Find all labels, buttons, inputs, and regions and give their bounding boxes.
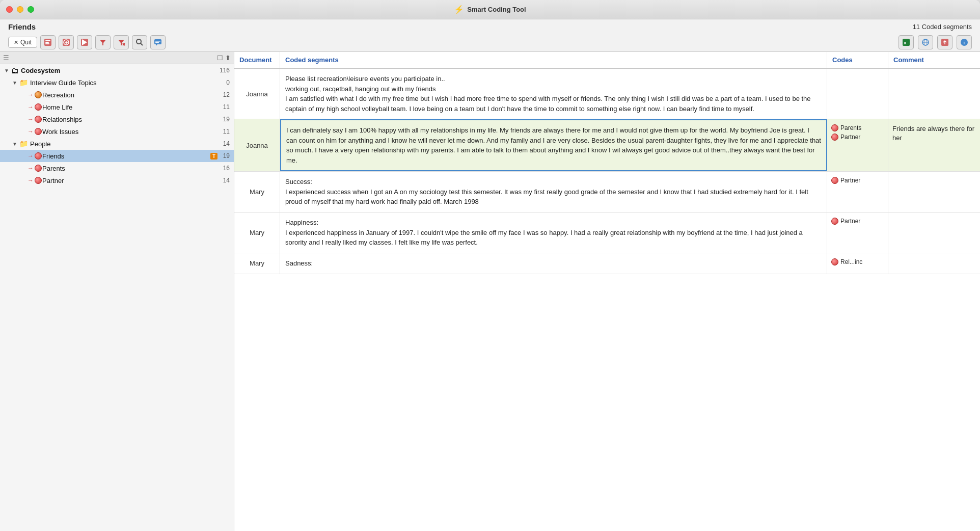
left-panel: ☰ ☐ ⬆ ▼ 🗂 Codesystem 116 ▼ 📁 Interview G…: [0, 52, 234, 531]
export-icon: [941, 38, 949, 46]
search-button[interactable]: [132, 35, 147, 49]
friends-t-tag: T: [210, 153, 217, 160]
sort-icon[interactable]: ⬆: [225, 54, 231, 62]
partner-bullet: →: [28, 177, 34, 184]
cell-coded-3: Success:I experienced success when I got…: [280, 172, 827, 212]
parents-count: 16: [220, 165, 230, 172]
filter-button[interactable]: [95, 35, 111, 49]
code-badge-partner: Partner: [831, 134, 884, 141]
svg-point-12: [137, 39, 141, 44]
maximize-button[interactable]: [28, 6, 34, 13]
add-code-icon: [62, 38, 70, 46]
friends-label: Friends: [42, 152, 210, 160]
parents-label: Parents: [42, 165, 220, 172]
partner-label: Partner: [42, 177, 220, 184]
search-icon: [135, 38, 144, 46]
table-row-4: Mary Happiness:I experienced happiness i…: [234, 213, 980, 253]
people-label: People: [30, 140, 220, 148]
tree-item-workissues[interactable]: ▶ → Work Issues 11: [0, 125, 234, 138]
code-badge-partner-3: Partner: [831, 177, 884, 184]
close-button[interactable]: [6, 6, 13, 13]
tree-item-homelife[interactable]: ▶ → Home Life 11: [0, 101, 234, 113]
svg-line-13: [141, 43, 143, 45]
format-icon: [44, 38, 52, 46]
partner-badge-icon: [831, 134, 838, 141]
codesystem-icon: 🗂: [11, 66, 19, 75]
cell-coded-4: Happiness:I experienced happiness in Jan…: [280, 213, 827, 253]
list-view-icon[interactable]: ☰: [3, 54, 9, 62]
quit-x-icon: ✕: [14, 39, 18, 46]
cell-comment-3: [888, 172, 980, 212]
main-content: ☰ ☐ ⬆ ▼ 🗂 Codesystem 116 ▼ 📁 Interview G…: [0, 52, 980, 531]
cell-document-1: Joanna: [234, 69, 280, 119]
window-title: ⚡ Smart Coding Tool: [454, 5, 526, 14]
clear-filter-button[interactable]: [114, 35, 129, 49]
comment-button[interactable]: [150, 35, 166, 49]
cell-comment-1: [888, 69, 980, 119]
recreation-label: Recreation: [42, 91, 220, 99]
friends-code-icon: [35, 152, 42, 160]
toggle-people[interactable]: ▼: [12, 141, 18, 147]
tree-item-friends[interactable]: ▶ → Friends T 19: [0, 150, 234, 162]
folder-icon: 📁: [19, 78, 28, 87]
code-badge-relinc: Rel...inc: [831, 258, 884, 266]
globe-button[interactable]: [918, 35, 933, 49]
svg-rect-14: [154, 39, 161, 44]
toolbar: ✕ Quit: [0, 33, 980, 52]
app-window: ⚡ Smart Coding Tool Friends 11 Coded seg…: [0, 0, 980, 531]
svg-text:i: i: [964, 40, 965, 45]
cell-document-5: Mary: [234, 253, 280, 274]
left-panel-header: ☰ ☐ ⬆: [0, 52, 234, 64]
codesystem-label: Codesystem: [21, 67, 220, 74]
partner-badge-icon-3: [831, 177, 838, 184]
partner-code-icon: [35, 177, 42, 184]
partner-badge-icon-4: [831, 218, 838, 225]
check-icon: ☐: [217, 54, 223, 62]
toggle-codesystem[interactable]: ▼: [4, 68, 10, 73]
tree-item-people[interactable]: ▼ 📁 People 14: [0, 138, 234, 150]
tree-item-interview-guide[interactable]: ▼ 📁 Interview Guide Topics 0: [0, 76, 234, 89]
people-count: 14: [220, 140, 230, 147]
relationships-code-icon: [35, 116, 42, 123]
info-button[interactable]: i: [957, 35, 972, 49]
cell-coded-5: Sadness:: [280, 253, 827, 274]
homelife-bullet: →: [28, 103, 34, 111]
excel-export-button[interactable]: X: [899, 35, 914, 49]
homelife-label: Home Life: [42, 103, 220, 111]
clear-filter-icon: [117, 38, 125, 46]
export-button[interactable]: [937, 35, 952, 49]
quit-button[interactable]: ✕ Quit: [8, 37, 37, 48]
table-row-highlighted: Joanna I can definately say I am 100% ha…: [234, 119, 980, 172]
cell-codes-4: Partner: [827, 213, 888, 253]
relationships-label: Relationships: [42, 116, 220, 123]
toggle-interview-guide[interactable]: ▼: [12, 80, 18, 86]
tree-item-codesystem[interactable]: ▼ 🗂 Codesystem 116: [0, 64, 234, 76]
top-info-bar: Friends 11 Coded segments: [0, 19, 980, 33]
svg-text:X: X: [904, 41, 907, 45]
tree-item-recreation[interactable]: ▶ → Recreation 12: [0, 89, 234, 101]
cell-coded-2: I can definately say I am 100% happy wit…: [280, 119, 827, 171]
svg-rect-1: [45, 40, 50, 41]
window-controls: [6, 6, 34, 13]
parents-badge-icon: [831, 124, 838, 131]
code-tree: ▼ 🗂 Codesystem 116 ▼ 📁 Interview Guide T…: [0, 64, 234, 531]
svg-marker-15: [156, 44, 157, 46]
recreation-code-icon: [35, 91, 42, 98]
minimize-button[interactable]: [17, 6, 23, 13]
code-badge-partner-4: Partner: [831, 218, 884, 225]
tree-item-parents[interactable]: ▶ → Parents 16: [0, 162, 234, 174]
people-folder-icon: 📁: [19, 140, 28, 148]
svg-rect-16: [155, 41, 160, 42]
tree-item-relationships[interactable]: ▶ → Relationships 19: [0, 113, 234, 125]
friends-bullet: →: [28, 152, 34, 160]
cell-coded-1: Please list recreation\leisure events yo…: [280, 69, 827, 119]
col-header-codes: Codes: [827, 52, 888, 68]
format-button[interactable]: [40, 35, 56, 49]
info-icon: i: [960, 38, 968, 46]
add-code-button[interactable]: [59, 35, 74, 49]
cell-document-4: Mary: [234, 213, 280, 253]
workissues-label: Work Issues: [42, 128, 220, 136]
titlebar: ⚡ Smart Coding Tool: [0, 0, 980, 19]
flag-button[interactable]: [77, 35, 92, 49]
tree-item-partner[interactable]: ▶ → Partner 14: [0, 174, 234, 187]
